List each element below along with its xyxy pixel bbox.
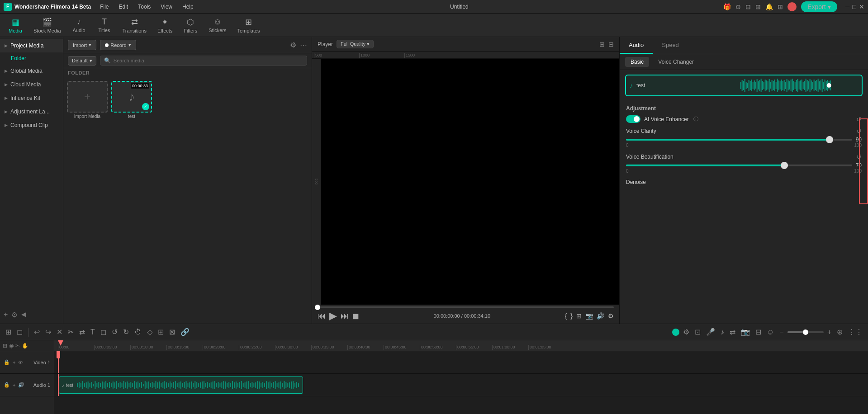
grid-icon[interactable]: ⊞ [778, 3, 783, 10]
tl-scissors-icon[interactable]: ✂ [15, 343, 20, 349]
sub-tab-voice-changer[interactable]: Voice Changer [653, 57, 699, 67]
toolbar-filters[interactable]: ⬡ Filters [179, 15, 202, 35]
test-media-item[interactable]: 00:00:33 ♪ ✓ test [111, 81, 152, 119]
screenshot-btn[interactable]: 📷 [585, 312, 593, 320]
toolbar-media[interactable]: ▦ Media [4, 15, 27, 35]
reset-voice-clarity-icon[interactable]: ↺ [856, 127, 862, 135]
tl-delete[interactable]: ✕ [55, 327, 64, 337]
tl-add-track[interactable]: ⊕ [835, 327, 844, 337]
tl-undo[interactable]: ↩ [32, 327, 42, 337]
toolbar-stock-media[interactable]: 🎬 Stock Media [29, 15, 66, 35]
toolbar-templates[interactable]: ⊞ Templates [232, 15, 264, 35]
tl-snap-icon[interactable]: ⊞ [3, 343, 7, 349]
toolbar-stickers[interactable]: ☺ Stickers [204, 15, 231, 35]
reset-voice-beautification-icon[interactable]: ↺ [856, 153, 862, 160]
tl-swap[interactable]: ⇄ [77, 327, 87, 337]
toolbar-audio[interactable]: ♪ Audio [67, 15, 91, 35]
tl-zoom-in[interactable]: + [825, 327, 833, 337]
voice-clarity-slider[interactable] [626, 139, 852, 141]
settings-icon[interactable]: ⚙ [11, 310, 18, 319]
tl-link[interactable]: 🔗 [179, 327, 191, 337]
tl-ungroup[interactable]: ⊠ [167, 327, 177, 337]
toolbar-effects[interactable]: ✦ Effects [153, 15, 177, 35]
forward-button[interactable]: ⏭ [341, 311, 349, 321]
screenshot-icon[interactable]: ⊞ [755, 3, 761, 10]
tl-mic[interactable]: 🎤 [704, 327, 717, 337]
tl-zoom-out[interactable]: − [778, 327, 785, 337]
close-button[interactable]: ✕ [859, 3, 864, 10]
search-input[interactable] [114, 58, 303, 63]
settings-btn[interactable]: ⚙ [608, 312, 614, 320]
toolbar-transitions[interactable]: ⇄ Transitions [118, 15, 151, 35]
menu-help[interactable]: Help [180, 3, 195, 11]
collapse-icon[interactable]: ◀ [21, 310, 26, 319]
play-button[interactable]: ▶ [329, 310, 337, 322]
tl-stabilize[interactable]: ◇ [145, 327, 154, 337]
import-media-item[interactable]: + Import Media [67, 81, 108, 119]
more-icon[interactable]: ⋯ [300, 41, 307, 49]
tab-audio[interactable]: Audio [620, 37, 653, 54]
sidebar-item-influence-kit[interactable]: ▶ Influence Kit [0, 91, 63, 105]
fullscreen-icon[interactable]: ⊟ [608, 41, 614, 48]
sidebar-item-adjustment-layer[interactable]: ▶ Adjustment La... [0, 105, 63, 118]
tl-snapshot[interactable]: 📷 [739, 327, 752, 337]
tl-speed[interactable]: ↺ [110, 327, 119, 337]
gift-icon[interactable]: 🎁 [723, 3, 731, 10]
menu-edit[interactable]: Edit [117, 3, 130, 11]
tl-crop[interactable]: ◻ [99, 327, 108, 337]
tl-emoji[interactable]: ☺ [765, 327, 776, 337]
tl-hand-icon[interactable]: ✋ [22, 343, 28, 349]
volume-icon[interactable]: 🔊 [597, 312, 604, 320]
layout-icon[interactable]: ⊟ [745, 3, 751, 10]
menu-tools[interactable]: Tools [136, 3, 152, 11]
add-folder-icon[interactable]: + [4, 310, 8, 319]
sidebar-item-project-media[interactable]: ▶ Project Media [0, 39, 63, 52]
sidebar-item-folder[interactable]: Folder [0, 52, 63, 64]
clip-icon[interactable]: ⊞ [576, 312, 582, 320]
help-icon[interactable]: ⓘ [693, 116, 698, 122]
import-button[interactable]: Import ▾ [68, 40, 96, 50]
sidebar-item-compound-clip[interactable]: ▶ Compound Clip [0, 118, 63, 132]
audio1-eye-icon[interactable]: 🔊 [18, 382, 24, 388]
out-point-icon[interactable]: } [570, 312, 573, 320]
tl-text[interactable]: T [89, 327, 97, 337]
audio-clip-test[interactable]: ♪ test [59, 376, 303, 394]
video1-eye-icon[interactable]: 👁 [18, 360, 23, 365]
tl-zoom-slider[interactable] [787, 331, 824, 333]
video1-lock-icon[interactable]: 🔒 [4, 359, 10, 365]
voice-beautification-slider[interactable] [626, 165, 852, 166]
tl-keyframe[interactable]: ↻ [121, 327, 131, 337]
export-button[interactable]: Export ▾ [801, 1, 837, 12]
tab-speed[interactable]: Speed [653, 37, 688, 54]
tl-pip[interactable]: ⊟ [754, 327, 763, 337]
scrubber-handle[interactable] [315, 305, 320, 310]
minimize-button[interactable]: ─ [845, 3, 850, 10]
tl-redo[interactable]: ↪ [43, 327, 53, 337]
grid-view-icon[interactable]: ⊞ [599, 41, 605, 48]
tl-magnet-icon[interactable]: ◉ [9, 343, 14, 349]
reset-ai-voice-icon[interactable]: ↺ [856, 116, 862, 123]
tl-transition[interactable]: ⇄ [728, 327, 737, 337]
menu-file[interactable]: File [98, 3, 110, 11]
maximize-button[interactable]: □ [853, 3, 856, 10]
record-button[interactable]: Record ▾ [100, 40, 136, 50]
tl-record-dot[interactable] [672, 329, 679, 336]
tl-cut[interactable]: ✂ [66, 327, 76, 337]
sidebar-item-global-media[interactable]: ▶ Global Media [0, 64, 63, 78]
preview-scrubber[interactable] [318, 306, 614, 308]
tl-group[interactable]: ⊞ [156, 327, 166, 337]
tl-select-tool[interactable]: ⊞ [4, 327, 13, 337]
filter-icon[interactable]: ⚙ [290, 41, 296, 49]
sub-tab-basic[interactable]: Basic [625, 57, 649, 67]
bell-icon[interactable]: 🔔 [765, 3, 773, 10]
sidebar-item-cloud-media[interactable]: ▶ Cloud Media [0, 78, 63, 91]
ai-voice-toggle[interactable] [626, 115, 640, 123]
audio1-lock-icon[interactable]: 🔒 [4, 382, 10, 388]
tl-ripple-tool[interactable]: ◻ [15, 327, 24, 337]
voice-beautification-thumb[interactable] [781, 162, 788, 169]
video1-add-icon[interactable]: + [13, 360, 15, 365]
circle-icon[interactable]: ⊙ [735, 3, 741, 10]
tl-audio[interactable]: ♪ [719, 327, 726, 337]
tl-more[interactable]: ⋮⋮ [846, 327, 864, 337]
quality-select[interactable]: Full Quality ▾ [337, 40, 374, 48]
